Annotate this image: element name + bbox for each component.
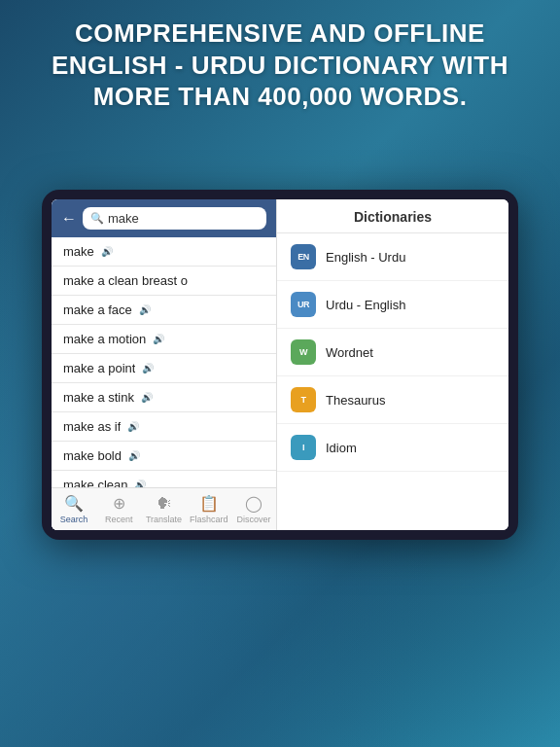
dictionaries-header: Dictionaries [277,199,508,233]
dictionary-list: EN English - Urdu UR Urdu - English W Wo… [277,233,508,530]
nav-flashcard[interactable]: 📋 Flashcard [187,494,231,524]
dict-badge-en-ur: EN [291,244,316,269]
sound-icon[interactable]: 🔊 [101,246,113,257]
app-tagline: COMPREHENSIVE AND OFFLINE ENGLISH - URDU… [29,18,531,113]
nav-recent[interactable]: ⊕ Recent [96,494,141,524]
discover-nav-icon: ◯ [245,494,262,513]
nav-translate[interactable]: 🗣 Translate [141,495,186,524]
list-item[interactable]: make as if 🔊 [52,412,276,442]
list-item[interactable]: make a clean breast o [52,267,276,296]
dict-badge-ur-en: UR [291,292,316,317]
nav-search[interactable]: 🔍 Search [52,494,96,524]
sound-icon[interactable]: 🔊 [141,392,153,403]
nav-discover[interactable]: ◯ Discover [231,494,276,524]
dict-badge-wordnet: W [291,339,316,365]
dict-item-ur-en[interactable]: UR Urdu - English [277,281,508,329]
sound-icon[interactable]: 🔊 [153,334,164,344]
dict-item-en-ur[interactable]: EN English - Urdu [277,233,508,281]
nav-recent-label: Recent [105,515,133,524]
dict-label-ur-en: Urdu - English [326,298,405,312]
sound-icon[interactable]: 🔊 [127,421,139,432]
search-bar: ← 🔍 make [52,199,276,237]
list-item[interactable]: make a motion 🔊 [52,325,276,354]
translate-nav-icon: 🗣 [157,495,172,513]
list-item[interactable]: make bold 🔊 [52,442,276,471]
right-panel: Dictionaries EN English - Urdu UR Urdu -… [277,199,508,530]
search-input-container[interactable]: 🔍 make [83,207,266,230]
search-query: make [108,211,139,226]
nav-search-label: Search [60,515,88,524]
list-item[interactable]: make a stink 🔊 [52,383,276,412]
list-item[interactable]: make a point 🔊 [52,354,276,383]
recent-nav-icon: ⊕ [113,494,125,513]
search-icon: 🔍 [90,212,104,225]
nav-translate-label: Translate [146,515,182,524]
list-item[interactable]: make a face 🔊 [52,296,276,325]
nav-flashcard-label: Flashcard [190,515,228,524]
word-list: make 🔊 make a clean breast o make a face… [52,237,276,530]
sound-icon[interactable]: 🔊 [139,304,151,315]
dict-badge-idiom: I [291,435,316,460]
dict-badge-thesaurus: T [291,387,316,412]
bottom-nav: 🔍 Search ⊕ Recent 🗣 Translate 📋 Flashcar… [52,487,276,530]
tablet-frame: ← 🔍 make make 🔊 make a clean breast o [42,190,518,540]
dict-item-idiom[interactable]: I Idiom [277,424,508,472]
flashcard-nav-icon: 📋 [199,494,219,513]
sound-icon[interactable]: 🔊 [142,363,154,374]
dict-item-thesaurus[interactable]: T Thesaurus [277,376,508,424]
search-nav-icon: 🔍 [64,494,84,513]
dict-item-wordnet[interactable]: W Wordnet [277,329,508,376]
sound-icon[interactable]: 🔊 [128,450,140,461]
dict-label-en-ur: English - Urdu [326,250,405,265]
nav-discover-label: Discover [236,515,270,524]
word-list-container: make 🔊 make a clean breast o make a face… [52,237,276,530]
dict-label-idiom: Idiom [326,441,357,455]
back-button[interactable]: ← [61,210,77,228]
tablet-screen: ← 🔍 make make 🔊 make a clean breast o [52,199,508,530]
list-item[interactable]: make 🔊 [52,237,276,267]
header-section: COMPREHENSIVE AND OFFLINE ENGLISH - URDU… [0,18,560,113]
dict-label-wordnet: Wordnet [326,345,373,360]
dict-label-thesaurus: Thesaurus [326,393,385,408]
left-panel: ← 🔍 make make 🔊 make a clean breast o [52,199,277,530]
